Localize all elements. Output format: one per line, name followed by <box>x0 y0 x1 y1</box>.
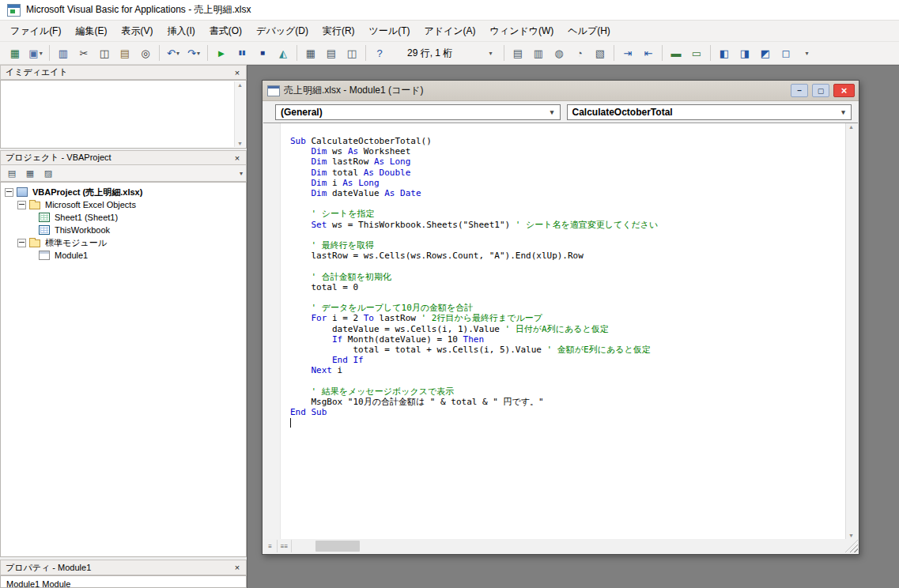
menu-item-debug[interactable]: デバッグ(D) <box>249 21 315 42</box>
find-icon[interactable]: ◎ <box>135 43 156 62</box>
view-object-icon[interactable]: ▦ <box>22 167 38 180</box>
code-line[interactable]: Dim ws As Worksheet <box>290 146 845 156</box>
paste-icon[interactable]: ▤ <box>115 43 135 62</box>
code-vertical-scrollbar[interactable]: ▲ ▼ <box>845 123 858 539</box>
code-line[interactable]: Sub CalculateOctoberTotal() <box>290 136 845 146</box>
indent-icon[interactable]: ⇥ <box>618 43 638 62</box>
code-line[interactable]: lastRow = ws.Cells(ws.Rows.Count, "A").E… <box>290 251 845 261</box>
menu-item-format[interactable]: 書式(O) <box>202 21 249 42</box>
menu-item-edit[interactable]: 編集(E) <box>68 21 114 42</box>
menu-item-insert[interactable]: 挿入(I) <box>160 21 202 42</box>
next-bookmark-icon[interactable]: ◨ <box>735 43 755 62</box>
menu-item-help[interactable]: ヘルプ(H) <box>561 21 618 42</box>
immediate-scrollbar[interactable]: ▲ ▼ <box>234 81 245 147</box>
code-line[interactable]: dateValue = ws.Cells(i, 1).Value ' 日付がA列… <box>290 324 845 334</box>
code-line[interactable]: total = 0 <box>290 282 845 292</box>
chevron-down-icon[interactable]: ▾ <box>240 170 243 177</box>
code-window-titlebar[interactable]: 売上明細.xlsx - Module1 (コード) <box>263 81 859 101</box>
break-icon[interactable]: ▮▮ <box>232 43 252 62</box>
quick-info-icon[interactable]: ◍ <box>549 43 569 62</box>
menu-item-file[interactable]: ファイル(F) <box>3 21 68 42</box>
code-line[interactable]: Dim dateValue As Date <box>290 188 845 198</box>
help-icon[interactable]: ? <box>369 43 390 62</box>
toolbar-options-icon[interactable]: ▾ <box>480 43 500 62</box>
outdent-icon[interactable]: ⇤ <box>638 43 659 62</box>
project-explorer-icon[interactable]: ▦ <box>300 43 321 62</box>
code-editor[interactable]: Sub CalculateOctoberTotal() Dim ws As Wo… <box>281 123 845 539</box>
close-icon[interactable]: × <box>231 562 244 574</box>
code-line[interactable]: MsgBox "10月の合計金額は " & total & " 円です。" <box>290 397 845 407</box>
run-icon[interactable]: ► <box>211 43 232 62</box>
undo-icon[interactable]: ↶▾ <box>163 43 183 62</box>
code-line[interactable] <box>290 198 845 209</box>
resize-grip[interactable] <box>845 540 858 552</box>
view-code-icon[interactable]: ▤ <box>4 167 20 180</box>
clear-bookmarks-icon[interactable]: ◻ <box>776 43 796 62</box>
menu-item-tools[interactable]: ツール(T) <box>362 21 417 42</box>
close-icon[interactable] <box>833 84 855 97</box>
menu-item-view[interactable]: 表示(V) <box>114 21 160 42</box>
cut-icon[interactable]: ✂ <box>74 43 94 62</box>
object-browser-icon[interactable]: ◫ <box>342 43 362 62</box>
menu-item-addins[interactable]: アドイン(A) <box>417 21 482 42</box>
code-line[interactable]: Set ws = ThisWorkbook.Sheets("Sheet1") '… <box>290 220 845 230</box>
previous-bookmark-icon[interactable]: ◩ <box>755 43 776 62</box>
code-line[interactable]: Dim i As Long <box>290 178 845 188</box>
code-line[interactable] <box>290 230 845 240</box>
properties-header[interactable]: プロパティ - Module1 × <box>0 560 247 575</box>
code-line[interactable] <box>290 417 845 428</box>
procedure-view-icon[interactable]: ≡ <box>263 540 278 552</box>
copy-icon[interactable]: ◫ <box>94 43 115 62</box>
close-icon[interactable]: × <box>231 66 244 78</box>
tree-item-vbaproject-root[interactable]: VBAProject (売上明細.xlsx) <box>1 186 246 198</box>
view-microsoft-excel-icon[interactable]: ▦ <box>5 43 25 62</box>
code-line[interactable]: End Sub <box>290 407 845 417</box>
code-line[interactable] <box>290 261 845 271</box>
design-mode-icon[interactable]: ◭ <box>273 43 293 62</box>
expander-minus-icon[interactable] <box>5 188 13 197</box>
expander-minus-icon[interactable] <box>17 201 26 209</box>
reset-icon[interactable]: ■ <box>252 43 273 62</box>
expander-minus-icon[interactable] <box>17 239 26 247</box>
insert-userform-icon[interactable]: ▣▾ <box>25 43 46 62</box>
tree-item-standard-modules[interactable]: 標準モジュール <box>1 236 246 249</box>
menu-item-window[interactable]: ウィンドウ(W) <box>483 21 561 42</box>
scroll-up-icon[interactable]: ▲ <box>235 82 245 88</box>
code-line[interactable]: For i = 2 To lastRow ' 2行目から最終行までループ <box>290 313 845 323</box>
complete-word-icon[interactable]: ▧ <box>590 43 610 62</box>
scroll-down-icon[interactable]: ▼ <box>235 141 245 146</box>
margin-indicator-bar[interactable] <box>263 123 281 539</box>
procedure-dropdown[interactable]: CalculateOctoberTotal ▾ <box>567 104 852 120</box>
code-line[interactable]: Dim total As Double <box>290 168 845 178</box>
properties-window-icon[interactable]: ▤ <box>321 43 342 62</box>
toolbar-overflow-icon[interactable]: ▾ <box>796 43 817 62</box>
list-constants-icon[interactable]: ▥ <box>528 43 549 62</box>
properties-object-dropdown[interactable]: Module1 Module <box>2 578 244 588</box>
toggle-folders-icon[interactable]: ▨ <box>40 167 56 180</box>
immediate-header[interactable]: イミディエイト × <box>0 65 247 80</box>
code-line[interactable]: End If <box>290 355 845 365</box>
uncomment-block-icon[interactable]: ▭ <box>686 43 707 62</box>
code-line[interactable]: ' 合計金額を初期化 <box>290 272 845 282</box>
toggle-bookmark-icon[interactable]: ◧ <box>714 43 735 62</box>
code-line[interactable]: ' 結果をメッセージボックスで表示 <box>290 386 845 397</box>
code-line[interactable] <box>290 292 845 303</box>
restore-icon[interactable] <box>812 84 829 97</box>
code-line[interactable]: total = total + ws.Cells(i, 5).Value ' 金… <box>290 345 845 355</box>
tree-item-microsoft-excel-objects[interactable]: Microsoft Excel Objects <box>1 198 246 211</box>
minimize-icon[interactable] <box>791 84 808 97</box>
menu-item-run[interactable]: 実行(R) <box>315 21 362 42</box>
code-line[interactable]: ' データをループして10月の金額を合計 <box>290 303 845 313</box>
close-icon[interactable]: × <box>231 152 244 164</box>
code-line[interactable]: ' 最終行を取得 <box>290 240 845 251</box>
scroll-down-icon[interactable]: ▼ <box>846 533 856 538</box>
object-dropdown[interactable]: (General) ▾ <box>275 104 561 120</box>
list-properties-icon[interactable]: ▤ <box>508 43 528 62</box>
tree-item-thisworkbook[interactable]: ThisWorkbook <box>1 224 246 236</box>
project-header[interactable]: プロジェクト - VBAProject × <box>0 150 247 165</box>
code-line[interactable] <box>290 376 845 386</box>
code-line[interactable]: Next i <box>290 365 845 375</box>
scroll-up-icon[interactable]: ▲ <box>846 124 856 130</box>
redo-icon[interactable]: ↷▾ <box>183 43 204 62</box>
parameter-info-icon[interactable]: ◔ <box>569 43 590 62</box>
